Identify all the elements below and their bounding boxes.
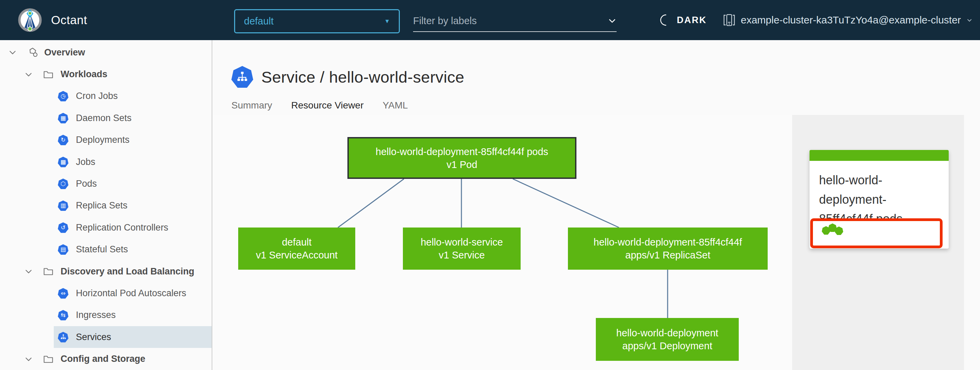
node-subtitle: v1 Pod <box>349 158 575 171</box>
sidebar-item-label: Daemon Sets <box>76 113 132 124</box>
dark-mode-toggle[interactable]: DARK <box>658 0 707 40</box>
page-title-row: Service / hello-world-service <box>212 40 980 88</box>
sidebar-item-replication-controllers[interactable]: ↺Replication Controllers <box>54 217 212 238</box>
namespace-selector[interactable]: default ▼ <box>234 9 400 33</box>
daemon-sets-icon: ▦ <box>58 113 68 124</box>
brand: Octant <box>18 0 87 40</box>
dark-mode-label: DARK <box>677 15 707 25</box>
sidebar-item-deployments[interactable]: ↻Deployments <box>54 129 212 151</box>
chevron-down-icon[interactable] <box>24 267 33 276</box>
node-subtitle: apps/v1 Deployment <box>596 340 739 352</box>
label-filter-placeholder: Filter by labels <box>413 15 477 27</box>
stateful-sets-icon: ▤ <box>58 244 68 255</box>
sidebar-item-label: Config and Storage <box>60 354 145 364</box>
node-title: default <box>238 236 355 249</box>
node-title: hello-world-service <box>403 236 520 249</box>
sidebar-item-label: Stateful Sets <box>76 244 128 255</box>
folder-icon <box>43 69 54 80</box>
page-title: Service / hello-world-service <box>261 68 464 86</box>
detail-panel: hello-world-deployment-85ff4cf44f pods <box>792 115 964 370</box>
tab-summary[interactable]: Summary <box>224 96 279 117</box>
sidebar-item-pods[interactable]: ⬡Pods <box>54 173 212 195</box>
sidebar-item-label: Pods <box>76 179 97 189</box>
chevron-down-icon[interactable] <box>8 48 17 57</box>
sidebar-item-label: Overview <box>44 47 85 58</box>
services-icon <box>58 332 68 343</box>
sidebar-item-label: Replication Controllers <box>76 222 169 233</box>
graph-edge-0 <box>338 179 404 227</box>
sidebar-item-replica-sets[interactable]: ▥Replica Sets <box>54 195 212 217</box>
sidebar-item-workloads[interactable]: Workloads <box>0 63 212 85</box>
graph-node-service[interactable]: hello-world-servicev1 Service <box>403 227 520 270</box>
graph-node-pod[interactable]: hello-world-deployment-85ff4cf44f podsv1… <box>347 137 576 179</box>
chevron-down-icon[interactable] <box>608 16 617 25</box>
ingresses-icon: ⇆ <box>58 310 68 320</box>
graph-edge-2 <box>513 179 619 227</box>
sidebar-item-stateful-sets[interactable]: ▤Stateful Sets <box>54 239 212 260</box>
content-header: Service / hello-world-service SummaryRes… <box>212 40 980 118</box>
cluster-context-menu[interactable]: example-cluster-ka3TuTzYo4a@example-clus… <box>723 0 973 40</box>
sidebar-item-label: Horizontal Pod Autoscalers <box>76 288 186 299</box>
service-kind-icon <box>231 66 253 88</box>
sidebar-item-horizontal-pod-autoscalers[interactable]: ⇔Horizontal Pod Autoscalers <box>54 282 212 304</box>
sidebar-item-label: Workloads <box>60 69 108 79</box>
node-subtitle: v1 ServiceAccount <box>238 249 355 262</box>
app-header: Octant default ▼ Filter by labels DARK <box>0 0 980 40</box>
jobs-icon: ▩ <box>58 157 68 167</box>
sidebar-item-daemon-sets[interactable]: ▦Daemon Sets <box>54 107 212 129</box>
workspace: hello-world-deployment-85ff4cf44f podsv1… <box>212 115 964 370</box>
horizontal-pod-autoscalers-icon: ⇔ <box>58 288 68 299</box>
graph-node-replica-set[interactable]: hello-world-deployment-85ff4cf44fapps/v1… <box>568 227 768 270</box>
resource-card: hello-world-deployment-85ff4cf44f pods <box>810 150 949 249</box>
namespace-value: default <box>244 16 274 27</box>
sidebar-item-label: Ingresses <box>76 310 116 320</box>
sidebar-item-ingresses[interactable]: ⇆Ingresses <box>54 304 212 326</box>
octant-logo <box>18 8 42 32</box>
caret-down-icon: ▼ <box>384 18 390 24</box>
folder-icon <box>43 266 54 277</box>
tab-yaml[interactable]: YAML <box>376 96 415 117</box>
node-title: hello-world-deployment-85ff4cf44f <box>568 236 768 249</box>
sidebar-item-label: Services <box>76 332 111 343</box>
sidebar-item-services[interactable]: Services <box>54 326 212 348</box>
folder-icon <box>43 354 54 365</box>
pod-status-box[interactable] <box>810 218 943 248</box>
sidebar-item-label: Cron Jobs <box>76 91 118 102</box>
moon-icon <box>658 13 671 27</box>
octant-app: Octant default ▼ Filter by labels DARK <box>0 0 980 370</box>
node-subtitle: apps/v1 ReplicaSet <box>568 249 768 262</box>
chevron-down-icon <box>966 17 973 24</box>
node-title: hello-world-deployment-85ff4cf44f pods <box>349 145 575 158</box>
sidebar-item-label: Replica Sets <box>76 200 127 211</box>
graph-node-deployment[interactable]: hello-world-deploymentapps/v1 Deployment <box>596 318 739 361</box>
cron-jobs-icon: ◷ <box>58 91 68 102</box>
node-subtitle: v1 Service <box>403 249 520 262</box>
deployments-icon: ↻ <box>58 135 68 145</box>
sidebar-item-jobs[interactable]: ▩Jobs <box>54 151 212 173</box>
sidebar: OverviewWorkloads◷Cron Jobs▦Daemon Sets↻… <box>0 40 212 370</box>
graph-node-service-account[interactable]: defaultv1 ServiceAccount <box>238 227 355 270</box>
cluster-icon <box>723 13 736 27</box>
card-status-bar <box>810 150 949 161</box>
sidebar-item-label: Deployments <box>76 135 130 145</box>
sidebar-item-overview[interactable]: Overview <box>0 41 212 63</box>
sidebar-item-label: Discovery and Load Balancing <box>60 266 194 277</box>
node-title: hello-world-deployment <box>596 327 739 340</box>
sidebar-item-cron-jobs[interactable]: ◷Cron Jobs <box>54 85 212 107</box>
sidebar-item-config-and-storage[interactable]: Config and Storage <box>0 348 212 370</box>
label-filter-input[interactable]: Filter by labels <box>413 10 617 32</box>
sidebar-item-label: Jobs <box>76 157 95 167</box>
chevron-down-icon[interactable] <box>24 70 33 79</box>
objects-icon <box>27 47 38 58</box>
pods-icon: ⬡ <box>58 179 68 189</box>
chevron-down-icon[interactable] <box>24 355 33 364</box>
replication-controllers-icon: ↺ <box>58 222 68 233</box>
tab-bar: SummaryResource ViewerYAML <box>212 96 964 118</box>
replica-sets-icon: ▥ <box>58 200 68 211</box>
resource-graph: hello-world-deployment-85ff4cf44f podsv1… <box>212 115 792 370</box>
tab-resource-viewer[interactable]: Resource Viewer <box>285 96 371 117</box>
cluster-context-label: example-cluster-ka3TuTzYo4a@example-clus… <box>741 14 961 26</box>
app-title: Octant <box>51 13 87 27</box>
sidebar-item-discovery-and-load-balancing[interactable]: Discovery and Load Balancing <box>0 260 212 282</box>
